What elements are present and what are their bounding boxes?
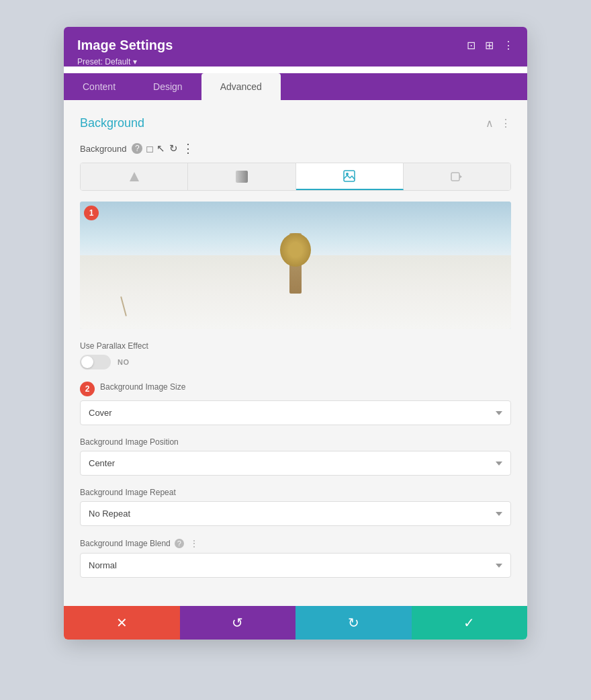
image-preview-wrapper: 1 <box>80 202 511 329</box>
cancel-button[interactable]: ✕ <box>64 606 180 640</box>
blend-label-row: Background Image Blend ? ⋮ <box>80 538 511 549</box>
parallax-toggle-row: NO <box>80 355 511 369</box>
image-position-select[interactable]: Center Top Left Top Center Top Right Cen… <box>80 451 511 476</box>
tab-design[interactable]: Design <box>134 73 201 100</box>
header-top: Image Settings ⊡ ⊞ ⋮ <box>77 38 514 53</box>
image-size-group: 2 Background Image Size Cover Contain Au… <box>80 382 511 425</box>
image-badge-1: 1 <box>84 206 99 220</box>
tab-content[interactable]: Content <box>64 73 134 100</box>
parallax-group: Use Parallax Effect NO <box>80 341 511 369</box>
parallax-label: Use Parallax Effect <box>80 341 511 351</box>
image-preview-inner <box>80 202 511 329</box>
more-icon[interactable]: ⋮ <box>503 39 514 52</box>
parallax-toggle[interactable] <box>80 355 111 369</box>
plant-layer <box>289 233 302 294</box>
image-blend-select[interactable]: Normal Multiply Screen Overlay Darken Li… <box>80 553 511 578</box>
image-size-select[interactable]: Cover Contain Auto Custom <box>80 400 511 425</box>
bg-type-color[interactable] <box>81 163 188 190</box>
cursor-icon[interactable]: ↖ <box>156 142 165 155</box>
modal-header: Image Settings ⊡ ⊞ ⋮ Preset: Default ▾ <box>64 27 527 67</box>
image-size-label-row: 2 Background Image Size <box>80 382 511 396</box>
modal-body: Background ∧ ⋮ Background ? □ ↖ ↻ ⋮ <box>64 100 527 606</box>
image-blend-label: Background Image Blend <box>80 539 171 548</box>
image-repeat-group: Background Image Repeat No Repeat Repeat… <box>80 488 511 526</box>
modal-footer: ✕ ↺ ↻ ✓ <box>64 606 527 640</box>
image-repeat-label: Background Image Repeat <box>80 488 511 497</box>
svg-rect-4 <box>451 173 459 181</box>
bg-type-tabs <box>80 163 511 191</box>
image-settings-modal: Image Settings ⊡ ⊞ ⋮ Preset: Default ▾ C… <box>64 27 527 640</box>
blend-help-icon[interactable]: ? <box>175 539 184 548</box>
background-label: Background <box>80 144 126 154</box>
preset-arrow[interactable]: ▾ <box>133 57 137 67</box>
toggle-knob <box>81 356 93 368</box>
modal-tabs: Content Design Advanced <box>64 73 527 100</box>
preset-label: Preset: Default ▾ <box>77 57 514 67</box>
image-repeat-select[interactable]: No Repeat Repeat Repeat X Repeat Y Space… <box>80 501 511 526</box>
row-more-icon[interactable]: ⋮ <box>182 141 194 156</box>
section-title: Background <box>80 116 144 130</box>
image-position-group: Background Image Position Center Top Lef… <box>80 437 511 476</box>
section-collapse-icon[interactable]: ∧ <box>486 117 494 130</box>
split-icon[interactable]: ⊞ <box>485 39 494 52</box>
save-button[interactable]: ✓ <box>412 606 528 640</box>
svg-rect-1 <box>236 171 248 183</box>
section-more-icon[interactable]: ⋮ <box>500 117 511 130</box>
bg-type-image[interactable] <box>296 163 404 190</box>
image-position-label: Background Image Position <box>80 437 511 447</box>
svg-rect-2 <box>344 171 355 181</box>
svg-marker-0 <box>130 172 139 181</box>
undo-button[interactable]: ↺ <box>180 606 296 640</box>
background-row-icons: ? □ ↖ ↻ ⋮ <box>132 141 194 156</box>
image-preview[interactable] <box>80 202 511 329</box>
image-size-badge: 2 <box>80 382 95 396</box>
modal-title: Image Settings <box>77 38 173 53</box>
redo-button[interactable]: ↻ <box>296 606 412 640</box>
mobile-icon[interactable]: □ <box>146 143 152 155</box>
help-icon[interactable]: ? <box>132 143 142 154</box>
image-blend-group: Background Image Blend ? ⋮ Normal Multip… <box>80 538 511 578</box>
bg-type-gradient[interactable] <box>188 163 296 190</box>
section-header-icons: ∧ ⋮ <box>486 117 511 130</box>
svg-marker-5 <box>459 175 462 179</box>
blend-more-icon[interactable]: ⋮ <box>189 538 199 549</box>
bg-type-video[interactable] <box>404 163 510 190</box>
section-header: Background ∧ ⋮ <box>80 116 511 130</box>
background-row: Background ? □ ↖ ↻ ⋮ <box>80 141 511 156</box>
toggle-no-label: NO <box>118 358 130 366</box>
header-icons: ⊡ ⊞ ⋮ <box>467 39 514 52</box>
tab-advanced[interactable]: Advanced <box>201 73 281 100</box>
image-size-label: Background Image Size <box>100 382 185 392</box>
expand-icon[interactable]: ⊡ <box>467 39 475 52</box>
reset-icon[interactable]: ↻ <box>169 142 178 155</box>
